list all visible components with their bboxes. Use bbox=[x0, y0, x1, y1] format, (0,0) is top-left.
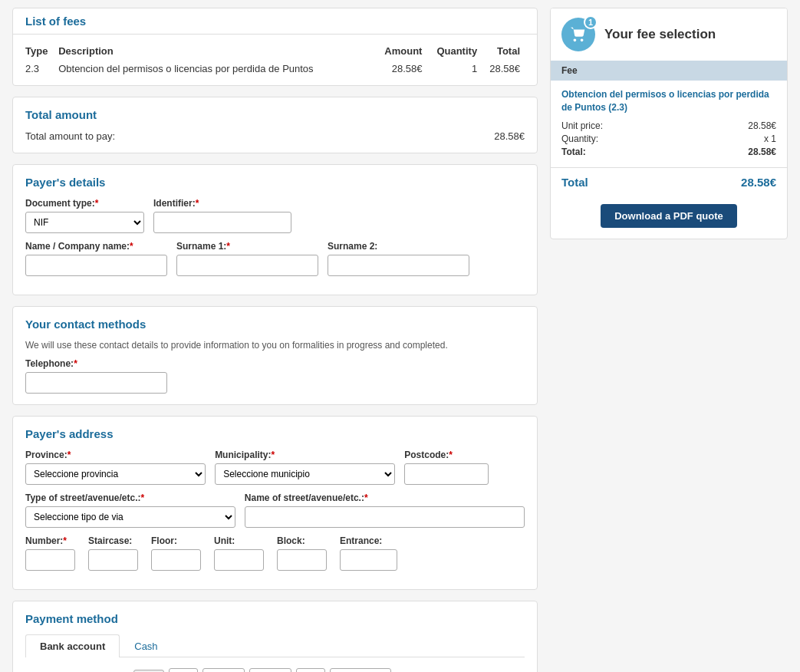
surname1-input[interactable] bbox=[176, 255, 318, 276]
number-input[interactable] bbox=[25, 549, 75, 571]
table-row: 2.3 Obtencion del permisos o licencias p… bbox=[25, 60, 525, 77]
postcode-group: Postcode:* bbox=[404, 450, 525, 485]
col-amount: Amount bbox=[375, 42, 426, 60]
identifier-label: Identifier:* bbox=[153, 198, 291, 209]
street-name-group: Name of street/avenue/etc.:* bbox=[245, 492, 525, 528]
street-type-group: Type of street/avenue/etc.:* Seleccione … bbox=[25, 492, 235, 528]
main-content: List of fees Type Description Amount Qua… bbox=[12, 8, 538, 672]
postcode-input[interactable] bbox=[404, 463, 489, 485]
total-amount-value: 28.58€ bbox=[494, 130, 525, 142]
street-name-label: Name of street/avenue/etc.:* bbox=[245, 492, 525, 503]
municipality-label: Municipality:* bbox=[215, 450, 395, 460]
sidebar-fee-header: Fee bbox=[551, 61, 787, 81]
province-label: Province:* bbox=[25, 450, 206, 460]
entrance-input[interactable] bbox=[340, 549, 397, 571]
unit-input[interactable] bbox=[214, 549, 264, 571]
iban-branch-input[interactable] bbox=[249, 668, 291, 672]
document-type-label: Document type:* bbox=[25, 198, 144, 209]
quantity-value: x 1 bbox=[764, 133, 776, 144]
unit-price-value: 28.58€ bbox=[748, 120, 776, 131]
street-name-input[interactable] bbox=[245, 506, 525, 528]
total-amount-label: Total amount to pay: bbox=[25, 130, 115, 142]
province-select[interactable]: Seleccione provincia bbox=[25, 463, 206, 485]
total-amount-title: Total amount bbox=[25, 108, 525, 121]
quantity-label: Quantity: bbox=[561, 133, 598, 144]
tab-cash[interactable]: Cash bbox=[120, 634, 172, 657]
sidebar-total-label: Total bbox=[561, 176, 588, 189]
telephone-label: Telephone:* bbox=[25, 358, 525, 369]
fee-quantity: 1 bbox=[426, 60, 482, 77]
sidebar-title: Your fee selection bbox=[604, 27, 716, 42]
number-group: Number:* bbox=[25, 535, 79, 571]
postcode-label: Postcode:* bbox=[404, 450, 525, 460]
floor-group: Floor: bbox=[151, 535, 205, 571]
payers-address-section: Payer's address Province:* Seleccione pr… bbox=[12, 416, 538, 590]
sidebar: 1 Your fee selection Fee Obtencion del p… bbox=[550, 8, 788, 672]
payment-method-section: Payment method Bank account Cash Bank ac… bbox=[12, 601, 538, 672]
fees-title: List of fees bbox=[25, 15, 525, 28]
street-type-select[interactable]: Seleccione tipo de via bbox=[25, 506, 235, 528]
staircase-label: Staircase: bbox=[88, 535, 142, 546]
staircase-input[interactable] bbox=[88, 549, 138, 571]
document-type-select[interactable]: NIF NIE Passport bbox=[25, 212, 144, 233]
payers-address-title: Payer's address bbox=[25, 427, 525, 440]
unit-label: Unit: bbox=[214, 535, 268, 546]
iban-bank-input[interactable] bbox=[202, 668, 245, 672]
fee-type: 2.3 bbox=[25, 60, 58, 77]
fee-amount: 28.58€ bbox=[375, 60, 426, 77]
province-group: Province:* Seleccione provincia bbox=[25, 450, 206, 485]
floor-input[interactable] bbox=[151, 549, 201, 571]
col-total: Total bbox=[482, 42, 525, 60]
payers-details-title: Payer's details bbox=[25, 176, 525, 189]
sidebar-total-row: Total 28.58€ bbox=[551, 167, 787, 196]
col-quantity: Quantity bbox=[426, 42, 482, 60]
fees-section: List of fees Type Description Amount Qua… bbox=[12, 8, 538, 86]
item-total-value: 28.58€ bbox=[748, 147, 776, 157]
sidebar-download: Download a PDF quote bbox=[551, 196, 787, 239]
iban-control-input[interactable] bbox=[296, 668, 325, 672]
col-type: Type bbox=[25, 42, 58, 60]
telephone-group: Telephone:* bbox=[25, 358, 525, 394]
block-label: Block: bbox=[277, 535, 331, 546]
item-total-label: Total: bbox=[561, 147, 586, 157]
sidebar-unit-price-row: Unit price: 28.58€ bbox=[561, 120, 776, 131]
fee-total: 28.58€ bbox=[482, 60, 525, 77]
identifier-group: Identifier:* bbox=[153, 198, 291, 233]
cart-badge: 1 bbox=[584, 15, 598, 29]
unit-group: Unit: bbox=[214, 535, 268, 571]
surname1-group: Surname 1:* bbox=[176, 241, 318, 276]
name-input[interactable] bbox=[25, 255, 167, 276]
block-group: Block: bbox=[277, 535, 331, 571]
street-type-label: Type of street/avenue/etc.:* bbox=[25, 492, 235, 503]
payment-method-title: Payment method bbox=[25, 612, 525, 625]
telephone-input[interactable] bbox=[25, 372, 167, 394]
name-group: Name / Company name:* bbox=[25, 241, 167, 276]
name-label: Name / Company name:* bbox=[25, 241, 167, 252]
entrance-group: Entrance: bbox=[340, 535, 401, 571]
sidebar-total-value: 28.58€ bbox=[741, 176, 776, 189]
staircase-group: Staircase: bbox=[88, 535, 142, 571]
sidebar-fee-name: Obtencion del permisos o licencias por p… bbox=[561, 88, 776, 114]
document-type-group: Document type:* NIF NIE Passport bbox=[25, 198, 144, 233]
unit-price-label: Unit price: bbox=[561, 120, 603, 131]
iban-check-input[interactable] bbox=[169, 668, 198, 672]
surname2-input[interactable] bbox=[328, 255, 469, 276]
sidebar-header: 1 Your fee selection bbox=[551, 8, 787, 61]
sidebar-quantity-row: Quantity: x 1 bbox=[561, 133, 776, 144]
block-input[interactable] bbox=[277, 549, 327, 571]
municipality-select[interactable]: Seleccione municipio bbox=[215, 463, 395, 485]
floor-label: Floor: bbox=[151, 535, 205, 546]
col-description: Description bbox=[58, 42, 375, 60]
bank-account-row: Bank account number:* ES bbox=[25, 668, 525, 672]
sidebar-fee-body: Obtencion del permisos o licencias por p… bbox=[551, 81, 787, 167]
download-pdf-button[interactable]: Download a PDF quote bbox=[601, 204, 737, 228]
contact-methods-title: Your contact methods bbox=[25, 318, 525, 331]
contact-methods-desc: We will use these contact details to pro… bbox=[25, 340, 525, 351]
identifier-input[interactable] bbox=[153, 212, 291, 233]
payment-tabs: Bank account Cash bbox=[25, 634, 525, 657]
tab-bank-account[interactable]: Bank account bbox=[25, 634, 120, 657]
sidebar-item-total-row: Total: 28.58€ bbox=[561, 147, 776, 157]
payers-details-section: Payer's details Document type:* NIF NIE … bbox=[12, 164, 538, 295]
entrance-label: Entrance: bbox=[340, 535, 401, 546]
iban-account-input[interactable] bbox=[330, 668, 391, 672]
